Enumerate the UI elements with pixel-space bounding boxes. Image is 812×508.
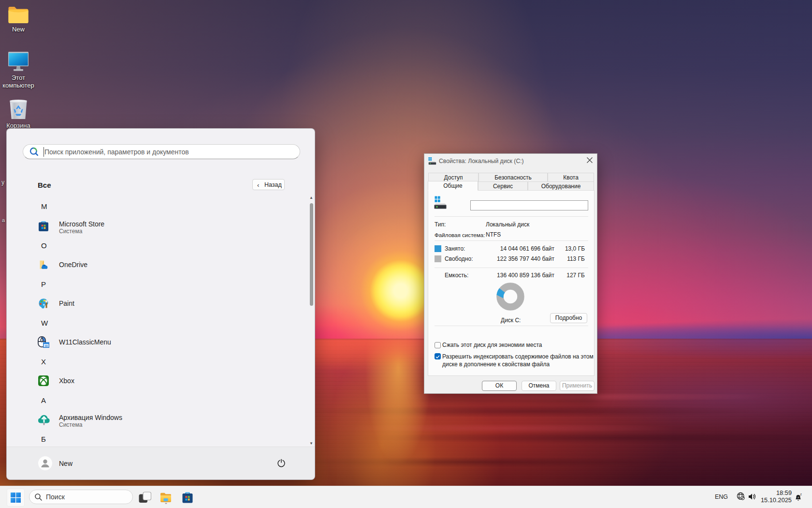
svg-text:z: z xyxy=(798,496,799,499)
svg-text:z: z xyxy=(800,493,801,496)
